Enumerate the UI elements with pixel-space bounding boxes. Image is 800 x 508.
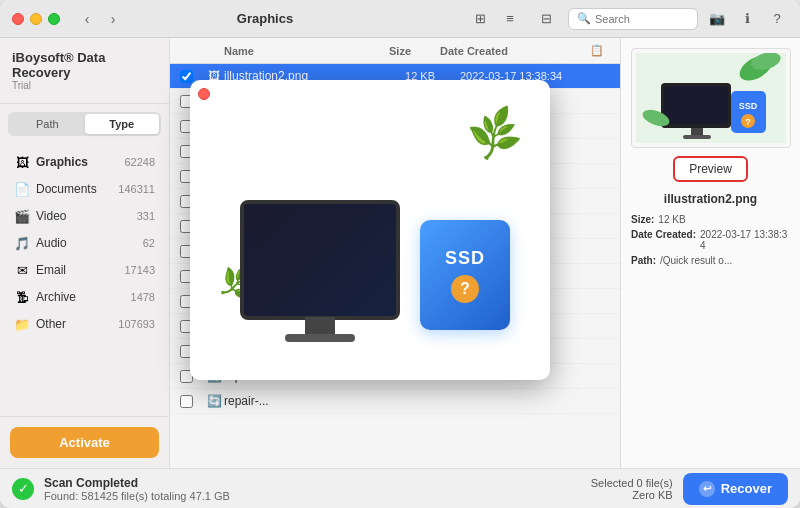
selected-count: Selected 0 file(s) — [591, 477, 673, 489]
ssd-label: SSD — [445, 248, 485, 269]
file-list-header: Name Size Date Created 📋 — [170, 38, 620, 64]
recover-label: Recover — [721, 481, 772, 496]
preview-size-row: Size: 12 KB — [631, 214, 790, 225]
sidebar-item-count: 331 — [137, 210, 155, 222]
date-column-header: Date Created — [440, 45, 590, 57]
svg-rect-4 — [664, 86, 728, 124]
sidebar-item-label: Graphics — [36, 155, 124, 169]
recover-button[interactable]: ↩ Recover — [683, 473, 788, 505]
preview-popup: 🌿 🌿 SSD ? — [190, 80, 550, 380]
thumbnail-svg: SSD ? — [636, 53, 786, 143]
activate-button[interactable]: Activate — [10, 427, 159, 458]
mac-screen — [244, 204, 396, 316]
popup-close-button[interactable] — [198, 88, 210, 100]
selected-size: Zero KB — [591, 489, 673, 501]
scan-status-group: Scan Completed Found: 581425 file(s) tot… — [44, 476, 230, 502]
video-icon: 🎬 — [14, 208, 30, 224]
sidebar-item-label: Email — [36, 263, 124, 277]
row-checkbox[interactable] — [180, 395, 204, 408]
size-column-header: Size — [360, 45, 440, 57]
svg-rect-5 — [691, 128, 703, 136]
svg-text:?: ? — [745, 117, 751, 127]
leaf-decoration-right: 🌿 — [463, 103, 526, 164]
minimize-button[interactable] — [30, 13, 42, 25]
file-name: repair-... — [224, 394, 380, 408]
list-view-button[interactable]: ≡ — [496, 8, 524, 30]
info-button[interactable]: ℹ — [736, 8, 758, 30]
view-toggle: ⊞ ≡ — [466, 8, 524, 30]
sidebar-item-label: Video — [36, 209, 137, 223]
app-name: iBoysoft® Data Recovery — [12, 50, 157, 80]
sidebar: iBoysoft® Data Recovery Trial Path Type … — [0, 38, 170, 468]
status-bar: ✓ Scan Completed Found: 581425 file(s) t… — [0, 468, 800, 508]
file-type-icon: 🔄 — [204, 394, 224, 408]
preview-size-label: Size: — [631, 214, 654, 225]
sidebar-item-email[interactable]: ✉ Email 17143 — [4, 257, 165, 283]
scan-detail: Found: 581425 file(s) totaling 47.1 GB — [44, 490, 230, 502]
sidebar-item-audio[interactable]: 🎵 Audio 62 — [4, 230, 165, 256]
svg-rect-6 — [683, 135, 711, 139]
filter-button[interactable]: ⊟ — [532, 8, 560, 30]
sidebar-item-count: 62248 — [124, 156, 155, 168]
camera-button[interactable]: 📷 — [706, 8, 728, 30]
sidebar-item-count: 107693 — [118, 318, 155, 330]
preview-button[interactable]: Preview — [673, 156, 748, 182]
close-button[interactable] — [12, 13, 24, 25]
table-row[interactable]: 🔄 repair-... — [170, 389, 620, 414]
help-button[interactable]: ? — [766, 8, 788, 30]
preview-date-row: Date Created: 2022-03-17 13:38:34 — [631, 229, 790, 251]
preview-path-value: /Quick result o... — [660, 255, 732, 266]
search-input[interactable] — [595, 13, 689, 25]
sidebar-bottom: Activate — [0, 416, 169, 468]
sidebar-item-count: 62 — [143, 237, 155, 249]
maximize-button[interactable] — [48, 13, 60, 25]
sidebar-item-label: Audio — [36, 236, 143, 250]
preview-path-row: Path: /Quick result o... — [631, 255, 790, 266]
sidebar-header: iBoysoft® Data Recovery Trial — [0, 38, 169, 104]
sidebar-item-label: Other — [36, 317, 118, 331]
preview-filename: illustration2.png — [664, 192, 757, 206]
titlebar: ‹ › Graphics ⊞ ≡ ⊟ 🔍 📷 ℹ ? — [0, 0, 800, 38]
sidebar-tabs: Path Type — [8, 112, 161, 136]
preview-meta: Size: 12 KB Date Created: 2022-03-17 13:… — [631, 214, 790, 270]
sidebar-item-documents[interactable]: 📄 Documents 146311 — [4, 176, 165, 202]
svg-text:SSD: SSD — [738, 101, 757, 111]
email-icon: ✉ — [14, 262, 30, 278]
scan-complete-icon: ✓ — [12, 478, 34, 500]
documents-icon: 📄 — [14, 181, 30, 197]
sidebar-item-count: 1478 — [131, 291, 155, 303]
mac-illustration: 🌿 🌿 SSD ? — [210, 100, 530, 360]
sidebar-item-video[interactable]: 🎬 Video 331 — [4, 203, 165, 229]
selected-info: Selected 0 file(s) Zero KB — [591, 477, 673, 501]
mac-monitor — [240, 200, 400, 320]
preview-path-label: Path: — [631, 255, 656, 266]
ssd-card: SSD ? — [420, 220, 510, 330]
tab-path[interactable]: Path — [10, 114, 85, 134]
search-box: 🔍 — [568, 8, 698, 30]
name-column-header: Name — [224, 45, 360, 57]
preview-panel: SSD ? Preview illustration2.png Size: 12… — [620, 38, 800, 468]
sidebar-item-label: Documents — [36, 182, 118, 196]
grid-view-button[interactable]: ⊞ — [466, 8, 494, 30]
preview-size-value: 12 KB — [658, 214, 685, 225]
window-title: Graphics — [72, 11, 458, 26]
sidebar-item-archive[interactable]: 🗜 Archive 1478 — [4, 284, 165, 310]
recover-icon: ↩ — [699, 481, 715, 497]
titlebar-actions: ⊞ ≡ ⊟ 🔍 📷 ℹ ? — [466, 8, 788, 30]
mac-stand — [305, 317, 335, 335]
sidebar-item-other[interactable]: 📁 Other 107693 — [4, 311, 165, 337]
sidebar-item-graphics[interactable]: 🖼 Graphics 62248 — [4, 149, 165, 175]
other-icon: 📁 — [14, 316, 30, 332]
archive-icon: 🗜 — [14, 289, 30, 305]
ssd-question-icon: ? — [451, 275, 479, 303]
search-icon: 🔍 — [577, 12, 591, 25]
preview-date-value: 2022-03-17 13:38:34 — [700, 229, 790, 251]
app-trial-label: Trial — [12, 80, 157, 91]
sidebar-item-count: 146311 — [118, 183, 155, 195]
sidebar-item-count: 17143 — [124, 264, 155, 276]
preview-date-label: Date Created: — [631, 229, 696, 251]
extra-column: 📋 — [590, 44, 610, 57]
sidebar-items: 🖼 Graphics 62248 📄 Documents 146311 🎬 Vi… — [0, 144, 169, 416]
tab-type[interactable]: Type — [85, 114, 160, 134]
preview-thumbnail: SSD ? — [631, 48, 791, 148]
